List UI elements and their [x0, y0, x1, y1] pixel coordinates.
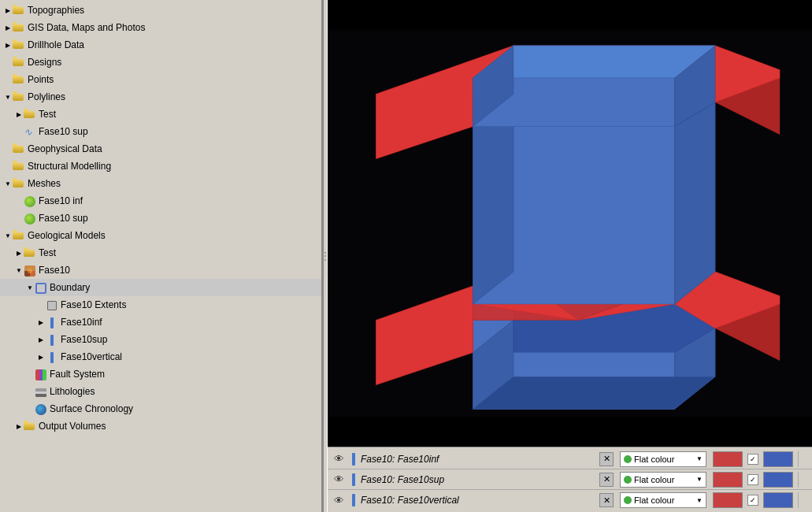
svg-rect-9 — [35, 394, 46, 397]
flat-colour-dropdown-legend-fase10vertical[interactable]: Flat colour ▼ — [620, 492, 706, 508]
expand-topographies[interactable]: ▶ — [3, 7, 13, 14]
expand-drillhole-data[interactable]: ▶ — [3, 42, 13, 49]
3d-viewport[interactable] — [328, 0, 812, 447]
label-fase10vertical-item: Fase10vertical — [61, 351, 122, 362]
swatch-blue-legend-fase10sup[interactable] — [763, 472, 793, 488]
svg-rect-6 — [43, 369, 46, 380]
close-btn-legend-fase10vertical[interactable]: ✕ — [599, 493, 614, 507]
legend-row-legend-fase10sup: 👁 Fase10: Fase10sup ✕ Flat colour ▼ ✓ — [328, 469, 812, 490]
tree-item-fase10-extents[interactable]: Fase10 Extents — [0, 296, 321, 314]
tree-item-meshes-fase10inf[interactable]: Fase10 inf — [0, 192, 321, 210]
tree-item-fase10sup-item[interactable]: ▶Fase10sup — [0, 331, 321, 348]
svg-rect-5 — [39, 369, 43, 380]
scroll-end-legend-fase10inf — [798, 451, 809, 467]
label-meshes: Meshes — [28, 178, 61, 189]
label-output-volumes: Output Volumes — [39, 421, 106, 432]
expand-boundary[interactable]: ▼ — [25, 284, 35, 291]
svg-marker-30 — [675, 102, 715, 304]
tree-item-fault-system[interactable]: Fault System — [0, 365, 321, 383]
tree-item-polylines-test[interactable]: ▶ Test — [0, 106, 321, 123]
swatch-blue-legend-fase10vertical[interactable] — [763, 492, 793, 508]
swatch-red-legend-fase10sup[interactable] — [713, 472, 743, 488]
tree-item-meshes-fase10sup[interactable]: Fase10 sup — [0, 210, 321, 227]
legend-bar: 👁 Fase10: Fase10inf ✕ Flat colour ▼ ✓ 👁 … — [328, 447, 812, 512]
svg-rect-7 — [35, 388, 46, 391]
tree-item-drillhole-data[interactable]: ▶ Drillhole Data — [0, 36, 321, 54]
checkbox-legend-fase10sup[interactable]: ✓ — [747, 474, 758, 485]
label-geological-models: Geological Models — [28, 230, 106, 241]
legend-label-legend-fase10inf: Fase10: Fase10inf — [361, 454, 596, 465]
icon-polylines — [13, 91, 25, 104]
swatch-blue-legend-fase10inf[interactable] — [763, 451, 793, 467]
expand-meshes[interactable]: ▼ — [3, 180, 13, 187]
tree-item-polylines-fase10sup[interactable]: ∿Fase10 sup — [0, 123, 321, 140]
label-polylines-fase10sup: Fase10 sup — [39, 126, 88, 137]
tree-item-geophysical-data[interactable]: Geophysical Data — [0, 140, 321, 158]
label-geophysical-data: Geophysical Data — [28, 143, 102, 154]
checkbox-legend-fase10inf[interactable]: ✓ — [747, 454, 758, 465]
tree-item-meshes[interactable]: ▼ Meshes — [0, 175, 321, 192]
tree-item-lithologies[interactable]: Lithologies — [0, 383, 321, 400]
icon-geo-test — [24, 247, 36, 260]
expand-fase10sup-item[interactable]: ▶ — [36, 336, 46, 343]
icon-meshes-fase10inf — [24, 195, 36, 208]
expand-polylines[interactable]: ▼ — [3, 94, 13, 101]
3d-scene — [328, 0, 812, 447]
icon-fault-system — [35, 368, 47, 381]
expand-polylines-test[interactable]: ▶ — [14, 111, 24, 118]
legend-row-legend-fase10inf: 👁 Fase10: Fase10inf ✕ Flat colour ▼ ✓ — [328, 449, 812, 469]
label-surface-chronology: Surface Chronology — [50, 403, 133, 414]
eye-button-legend-fase10inf[interactable]: 👁 — [331, 451, 347, 467]
expand-output-volumes[interactable]: ▶ — [14, 423, 24, 430]
icon-structural-modelling — [13, 160, 25, 173]
tree-item-geo-test[interactable]: ▶ Test — [0, 244, 321, 262]
expand-gis-data[interactable]: ▶ — [3, 24, 13, 32]
tree-item-geo-fase10[interactable]: ▼ Fase10 — [0, 262, 321, 279]
tree-item-polylines[interactable]: ▼ Polylines — [0, 88, 321, 106]
label-topographies: Topographies — [28, 5, 84, 16]
label-polylines-test: Test — [39, 109, 56, 120]
label-structural-modelling: Structural Modelling — [28, 161, 111, 172]
tree-item-fase10inf-item[interactable]: ▶Fase10inf — [0, 314, 321, 331]
icon-boundary — [35, 281, 47, 295]
eye-button-legend-fase10sup[interactable]: 👁 — [331, 472, 347, 488]
label-meshes-fase10sup: Fase10 sup — [39, 213, 88, 224]
vline-icon-legend-fase10inf — [352, 453, 355, 466]
tree-item-fase10vertical-item[interactable]: ▶Fase10vertical — [0, 348, 321, 365]
tree-item-points[interactable]: Points — [0, 71, 321, 88]
icon-polylines-test — [24, 108, 36, 121]
expand-fase10vertical-item[interactable]: ▶ — [36, 354, 46, 361]
eye-button-legend-fase10vertical[interactable]: 👁 — [331, 492, 347, 508]
tree-item-gis-data[interactable]: ▶ GIS Data, Maps and Photos — [0, 19, 321, 36]
svg-rect-4 — [35, 369, 39, 380]
icon-fase10inf-item — [46, 316, 58, 329]
svg-rect-8 — [35, 391, 46, 394]
tree-item-boundary[interactable]: ▼Boundary — [0, 279, 321, 296]
scroll-end-legend-fase10sup — [798, 472, 809, 488]
vline-icon-legend-fase10sup — [352, 473, 355, 486]
tree-item-geological-models[interactable]: ▼ Geological Models — [0, 227, 321, 244]
label-geo-test: Test — [39, 247, 56, 258]
expand-fase10inf-item[interactable]: ▶ — [36, 319, 46, 326]
swatch-red-legend-fase10vertical[interactable] — [713, 492, 743, 508]
tree-item-output-volumes[interactable]: ▶ Output Volumes — [0, 417, 321, 435]
tree-item-designs[interactable]: Designs — [0, 54, 321, 71]
icon-topographies — [13, 4, 25, 17]
viewport-area: 👁 Fase10: Fase10inf ✕ Flat colour ▼ ✓ 👁 … — [328, 0, 812, 512]
swatch-red-legend-fase10inf[interactable] — [713, 451, 743, 467]
expand-geo-fase10[interactable]: ▼ — [14, 267, 24, 274]
flat-colour-dropdown-legend-fase10inf[interactable]: Flat colour ▼ — [620, 451, 706, 467]
label-gis-data: GIS Data, Maps and Photos — [28, 22, 145, 33]
tree-item-topographies[interactable]: ▶ Topographies — [0, 2, 321, 19]
tree-item-structural-modelling[interactable]: Structural Modelling — [0, 158, 321, 175]
icon-designs — [13, 56, 25, 69]
expand-geo-test[interactable]: ▶ — [14, 250, 24, 257]
icon-gis-data — [13, 21, 25, 35]
tree-item-surface-chronology[interactable]: Surface Chronology — [0, 400, 321, 417]
checkbox-legend-fase10vertical[interactable]: ✓ — [747, 495, 758, 506]
flat-colour-dropdown-legend-fase10sup[interactable]: Flat colour ▼ — [620, 472, 706, 488]
expand-geological-models[interactable]: ▼ — [3, 232, 13, 239]
icon-points — [13, 73, 25, 87]
close-btn-legend-fase10sup[interactable]: ✕ — [599, 473, 614, 487]
close-btn-legend-fase10inf[interactable]: ✕ — [599, 452, 614, 466]
